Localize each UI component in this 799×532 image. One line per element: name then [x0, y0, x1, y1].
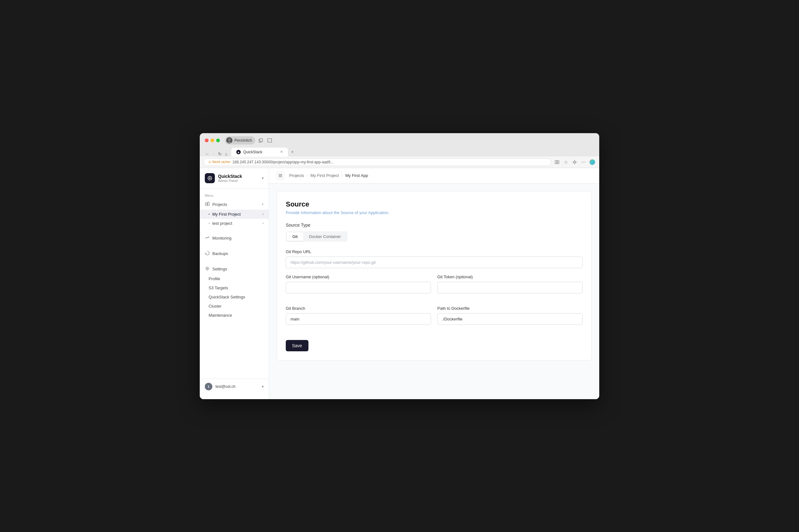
more-btn[interactable]: ⋯	[580, 159, 587, 165]
refresh-btn[interactable]: ↻	[217, 151, 222, 156]
profile-color-btn[interactable]	[589, 159, 596, 165]
sidebar: QuickStack Admin Panel ▾ Menu Projects +…	[200, 168, 269, 399]
breadcrumb: Projects › My First Project › My First A…	[269, 168, 599, 184]
my-first-project-label: My First Project	[212, 212, 260, 216]
back-btn[interactable]: ←	[205, 151, 210, 156]
projects-icon	[205, 202, 210, 207]
profile-pill[interactable]: Persönlich	[225, 136, 255, 145]
source-type-label: Source Type	[286, 223, 583, 228]
breadcrumb-sep-2: ›	[342, 173, 343, 178]
save-button[interactable]: Save	[286, 340, 308, 351]
card-title: Source	[286, 200, 583, 208]
breadcrumb-current: My First App	[345, 173, 368, 178]
git-repo-url-label: Git Repo URL	[286, 249, 583, 254]
git-username-input[interactable]	[286, 282, 431, 293]
sidebar-logo[interactable]: QuickStack Admin Panel ▾	[200, 173, 269, 189]
menu-label: Menu	[200, 194, 269, 199]
monitoring-label: Monitoring	[212, 236, 264, 241]
user-avatar: t	[205, 383, 212, 390]
git-token-label: Git Token (optional)	[437, 274, 583, 279]
s3-targets-label: S3 Targets	[208, 286, 228, 290]
app-name: QuickStack	[218, 174, 259, 179]
minimize-traffic-light[interactable]	[211, 138, 214, 142]
forward-btn[interactable]: →	[211, 151, 216, 156]
svg-point-1	[228, 138, 231, 141]
git-branch-group: Git Branch	[286, 306, 431, 325]
settings-icon	[205, 266, 210, 272]
breadcrumb-sep-1: ›	[307, 173, 308, 178]
git-branch-label: Git Branch	[286, 306, 431, 311]
test-project-chevron: ›	[262, 221, 264, 225]
git-token-group: Git Token (optional)	[437, 274, 583, 293]
projects-label: Projects	[212, 202, 259, 207]
credentials-row: Git Username (optional) Git Token (optio…	[286, 274, 583, 300]
dockerfile-path-group: Path to Dockerfile	[437, 306, 583, 325]
dot-icon-2: ●	[208, 222, 210, 224]
svg-rect-5	[268, 138, 272, 142]
svg-rect-10	[205, 203, 207, 206]
backups-icon	[205, 251, 210, 256]
sidebar-item-settings[interactable]: Settings	[200, 264, 269, 274]
profile-avatar	[226, 137, 233, 144]
profile-nav-label: Profile	[208, 277, 220, 281]
svg-rect-14	[278, 175, 282, 176]
security-warning: ⚠ Nicht sicher	[208, 160, 231, 164]
extensions-btn[interactable]	[571, 159, 578, 165]
new-tab-btn[interactable]: +	[288, 147, 297, 156]
git-branch-input[interactable]	[286, 313, 431, 325]
sidebar-footer[interactable]: t test@ost.ch ▾	[200, 379, 269, 394]
copy-btn[interactable]	[258, 138, 264, 143]
sidebar-toggle-btn[interactable]	[277, 172, 284, 179]
svg-rect-7	[557, 160, 559, 164]
reader-mode-btn[interactable]	[554, 159, 560, 165]
sidebar-item-test-project[interactable]: ● test project ›	[200, 219, 269, 228]
maximize-traffic-light[interactable]	[216, 138, 220, 142]
docker-toggle-btn[interactable]: Docker Container	[304, 232, 347, 241]
sidebar-item-s3-targets[interactable]: S3 Targets	[200, 283, 269, 292]
svg-rect-13	[278, 174, 282, 175]
git-repo-url-group: Git Repo URL	[286, 249, 583, 268]
user-email: test@ost.ch	[216, 384, 259, 389]
svg-point-8	[574, 161, 576, 163]
dot-icon: ●	[208, 213, 210, 215]
git-repo-url-input[interactable]	[286, 256, 583, 268]
sidebar-item-monitoring[interactable]: Monitoring	[200, 233, 269, 243]
sidebar-item-maintenance[interactable]: Maintenance	[200, 311, 269, 320]
main-content: Projects › My First Project › My First A…	[269, 168, 599, 399]
sidebar-item-backups[interactable]: Backups	[200, 248, 269, 259]
address-bar-row: ⚠ Nicht sicher 188.245.247.143:30000/pro…	[200, 156, 599, 168]
close-traffic-light[interactable]	[205, 138, 208, 142]
breadcrumb-projects[interactable]: Projects	[289, 173, 304, 178]
git-toggle-btn[interactable]: Git	[287, 232, 304, 241]
active-tab[interactable]: ▲ QuickStack ✕	[231, 148, 288, 156]
git-token-input[interactable]	[437, 282, 583, 293]
sidebar-item-cluster[interactable]: Cluster	[200, 302, 269, 311]
tab-close-btn[interactable]: ✕	[280, 150, 283, 154]
cluster-label: Cluster	[208, 304, 221, 308]
git-username-label: Git Username (optional)	[286, 274, 431, 279]
sidebar-item-quickstack-settings[interactable]: QuickStack Settings	[200, 292, 269, 302]
breadcrumb-my-first-project[interactable]: My First Project	[310, 173, 339, 178]
svg-rect-15	[278, 177, 282, 177]
source-card: Source Provide Information about the Sou…	[277, 191, 592, 360]
projects-add-btn[interactable]: +	[261, 202, 264, 207]
card-subtitle: Provide Information about the Source of …	[286, 210, 583, 215]
source-type-toggle: Git Docker Container	[286, 231, 347, 242]
bookmark-btn[interactable]: ☆	[563, 159, 569, 165]
home-btn[interactable]: ⌂	[224, 151, 229, 156]
dockerfile-path-label: Path to Dockerfile	[437, 306, 583, 311]
window-btn[interactable]	[267, 138, 272, 143]
sidebar-item-projects[interactable]: Projects +	[200, 199, 269, 210]
svg-point-12	[207, 268, 208, 269]
quickstack-settings-label: QuickStack Settings	[208, 294, 245, 299]
branch-dockerfile-row: Git Branch Path to Dockerfile	[286, 306, 583, 331]
sidebar-item-my-first-project[interactable]: ● My First Project ›	[200, 210, 269, 219]
tab-favicon: ▲	[236, 150, 241, 154]
dockerfile-path-input[interactable]	[437, 313, 583, 325]
footer-chevron-icon: ▾	[262, 384, 264, 389]
test-project-label: test project	[212, 221, 260, 226]
address-bar[interactable]: ⚠ Nicht sicher 188.245.247.143:30000/pro…	[203, 158, 551, 166]
svg-rect-6	[555, 160, 557, 164]
settings-label: Settings	[212, 267, 264, 271]
sidebar-item-profile[interactable]: Profile	[200, 274, 269, 283]
